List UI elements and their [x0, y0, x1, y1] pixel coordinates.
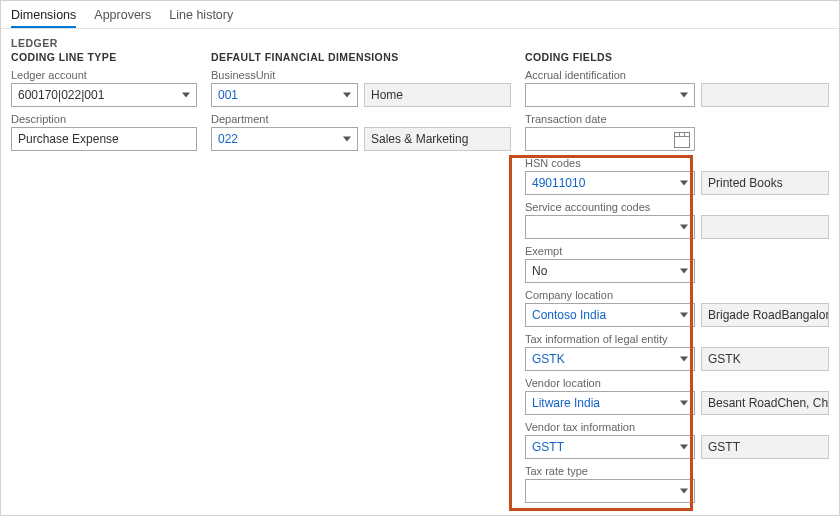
department-value: 022	[218, 132, 238, 146]
accrual-label: Accrual identification	[525, 69, 829, 81]
department-select[interactable]: 022	[211, 127, 358, 151]
business-unit-display: Home	[364, 83, 511, 107]
tax-legal-entity-display: GSTK	[701, 347, 829, 371]
description-value: Purchase Expense	[18, 132, 119, 146]
company-location-value: Contoso India	[532, 308, 606, 322]
department-display: Sales & Marketing	[364, 127, 511, 151]
vendor-location-label: Vendor location	[525, 377, 829, 389]
section-coding-line-type: CODING LINE TYPE	[11, 51, 197, 63]
tab-dimensions[interactable]: Dimensions	[11, 5, 76, 28]
exempt-label: Exempt	[525, 245, 829, 257]
tab-bar: Dimensions Approvers Line history	[1, 1, 839, 29]
section-coding-fields: CODING FIELDS	[525, 51, 829, 63]
accrual-display	[701, 83, 829, 107]
exempt-value: No	[532, 264, 547, 278]
ledger-heading: LEDGER	[11, 37, 829, 49]
company-location-label: Company location	[525, 289, 829, 301]
app-window: Dimensions Approvers Line history LEDGER…	[0, 0, 840, 516]
department-label: Department	[211, 113, 511, 125]
tax-rate-type-label: Tax rate type	[525, 465, 829, 477]
tax-legal-entity-value: GSTK	[532, 352, 565, 366]
company-location-select[interactable]: Contoso India	[525, 303, 695, 327]
tax-rate-type-select[interactable]	[525, 479, 695, 503]
tax-legal-entity-label: Tax information of legal entity	[525, 333, 829, 345]
vendor-location-value: Litware India	[532, 396, 600, 410]
business-unit-select[interactable]: 001	[211, 83, 358, 107]
description-label: Description	[11, 113, 197, 125]
col-default-dimensions: DEFAULT FINANCIAL DIMENSIONS BusinessUni…	[211, 51, 511, 505]
sac-label: Service accounting codes	[525, 201, 829, 213]
ledger-account-label: Ledger account	[11, 69, 197, 81]
hsn-value: 49011010	[532, 176, 585, 190]
section-default-dimensions: DEFAULT FINANCIAL DIMENSIONS	[211, 51, 511, 63]
exempt-select[interactable]: No	[525, 259, 695, 283]
col-coding-line-type: CODING LINE TYPE Ledger account 600170|0…	[11, 51, 197, 505]
vendor-tax-info-display: GSTT	[701, 435, 829, 459]
business-unit-label: BusinessUnit	[211, 69, 511, 81]
sac-display	[701, 215, 829, 239]
business-unit-value: 001	[218, 88, 238, 102]
vendor-tax-info-value: GSTT	[532, 440, 564, 454]
vendor-tax-info-label: Vendor tax information	[525, 421, 829, 433]
tax-legal-entity-select[interactable]: GSTK	[525, 347, 695, 371]
ledger-account-select[interactable]: 600170|022|001	[11, 83, 197, 107]
hsn-select[interactable]: 49011010	[525, 171, 695, 195]
vendor-tax-info-select[interactable]: GSTT	[525, 435, 695, 459]
sac-select[interactable]	[525, 215, 695, 239]
transaction-date-label: Transaction date	[525, 113, 829, 125]
vendor-location-select[interactable]: Litware India	[525, 391, 695, 415]
hsn-label: HSN codes	[525, 157, 829, 169]
tab-approvers[interactable]: Approvers	[94, 5, 151, 28]
hsn-display: Printed Books	[701, 171, 829, 195]
transaction-date-input[interactable]	[525, 127, 695, 151]
ledger-account-value: 600170|022|001	[18, 88, 104, 102]
accrual-select[interactable]	[525, 83, 695, 107]
description-input[interactable]: Purchase Expense	[11, 127, 197, 151]
vendor-location-display: Besant RoadChen, Chennai - 60...	[701, 391, 829, 415]
col-coding-fields: CODING FIELDS Accrual identification Tra…	[525, 51, 829, 505]
company-location-display: Brigade RoadBangalore, Bangal...	[701, 303, 829, 327]
tab-line-history[interactable]: Line history	[169, 5, 233, 28]
